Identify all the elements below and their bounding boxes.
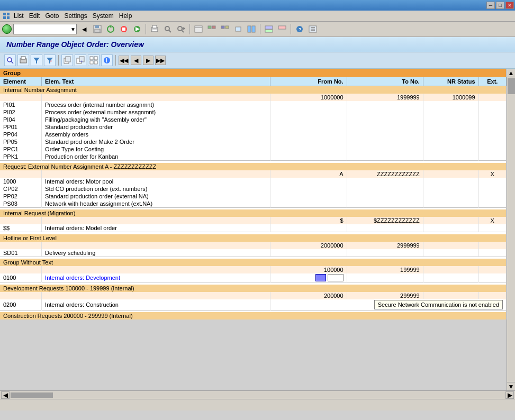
nav-back-button[interactable]: ◀ — [78, 23, 90, 35]
scroll-down-btn[interactable]: ▼ — [507, 382, 515, 390]
menu-settings[interactable]: Settings — [62, 12, 89, 20]
status-bar — [0, 399, 515, 410]
svg-rect-25 — [225, 26, 229, 29]
item-text: Standard production order (external NA) — [42, 193, 270, 200]
sep-t2-1 — [58, 55, 59, 66]
stop-button[interactable] — [118, 23, 130, 35]
page-title-bar: Number Range Object Order: Overview — [0, 37, 515, 52]
toolbar-btn-3[interactable] — [219, 23, 231, 35]
svg-rect-30 — [265, 30, 273, 32]
svg-line-39 — [11, 61, 13, 63]
range-nr-1: 1000099 — [423, 94, 478, 101]
section-title-internal: Internal Number Assignment — [0, 86, 507, 94]
range-row-4: 2000000 2999999 — [0, 242, 507, 249]
last-btn[interactable]: ▶▶ — [155, 56, 166, 65]
hscroll-right-btn[interactable]: ▶ — [505, 391, 514, 399]
separator-3 — [260, 24, 260, 34]
col-elem-text: Elem. Text — [42, 77, 270, 86]
section-construction-requests: Construction Requests 200000 - 299999 (I… — [0, 312, 507, 319]
vertical-scrollbar[interactable]: ▲ ▼ — [507, 69, 515, 390]
svg-rect-51 — [94, 57, 97, 60]
toolbar-btn-4[interactable] — [232, 23, 244, 35]
svg-marker-43 — [47, 58, 53, 63]
menu-goto[interactable]: Goto — [43, 12, 61, 20]
range-from-3: $ — [270, 217, 347, 224]
settings-button[interactable] — [307, 23, 319, 35]
prev-btn[interactable]: ◀ — [131, 56, 141, 65]
hscroll-left-btn[interactable]: ◀ — [1, 391, 10, 399]
menu-system[interactable]: System — [91, 12, 116, 20]
magnifier-button[interactable] — [4, 54, 16, 66]
help-button[interactable]: ? — [294, 23, 305, 35]
list-item: PI02 Process order (external number assg… — [0, 108, 507, 116]
hscroll-thumb[interactable] — [11, 392, 53, 398]
range-element-empty-5 — [0, 266, 42, 273]
range-to-3: $ZZZZZZZZZZZZ — [347, 217, 423, 224]
svg-rect-6 — [95, 29, 100, 32]
range-from-6: 200000 — [270, 292, 347, 299]
print-button[interactable] — [149, 23, 160, 35]
item-element: PI02 — [0, 108, 42, 116]
toolbar-btn-6[interactable] — [263, 23, 275, 35]
maximize-button[interactable]: □ — [496, 2, 504, 9]
print-btn2[interactable] — [17, 54, 29, 66]
svg-rect-53 — [94, 61, 97, 64]
grid-btn[interactable] — [88, 54, 100, 66]
content-area: Group Element Elem. Text From No. To No.… — [0, 69, 515, 390]
section-title-dev-requests: Development Requests 100000 - 199999 (In… — [0, 285, 507, 292]
svg-point-38 — [7, 58, 12, 62]
toolbar-btn-2[interactable] — [206, 23, 218, 35]
first-btn[interactable]: ◀◀ — [119, 56, 129, 65]
item-element: PPK1 — [0, 153, 42, 161]
section-external-assignment: Request: External Number Assignment A - … — [0, 163, 507, 170]
col-to-no: To No. — [347, 77, 423, 86]
item-text: Internal orders: Model order — [42, 224, 270, 232]
range-text-empty-4 — [42, 242, 270, 249]
copy2-btn[interactable]: + — [75, 54, 86, 66]
save-button[interactable] — [92, 23, 103, 35]
separator-1 — [146, 24, 146, 34]
list-item: PP02 Standard production order (external… — [0, 193, 507, 200]
section-migration: Internal Request (Migration) — [0, 209, 507, 217]
menu-bar: List Edit Goto Settings System Help — [0, 11, 515, 22]
item-text: Delivery scheduling — [42, 249, 270, 257]
svg-rect-1 — [7, 13, 10, 15]
page-title: Number Range Object Order: Overview — [6, 40, 144, 49]
list-item: 1000 Internal orders: Motor pool — [0, 178, 507, 185]
svg-rect-13 — [152, 25, 157, 28]
scroll-thumb[interactable] — [508, 78, 515, 94]
execute-button[interactable] — [131, 23, 143, 35]
toolbar-btn-7[interactable] — [276, 23, 288, 35]
filter-btn[interactable] — [31, 54, 42, 66]
info-btn[interactable]: i — [101, 54, 113, 66]
toolbar-btn-1[interactable] — [193, 23, 204, 35]
range-element-empty-3 — [0, 217, 42, 224]
item-text: Production order for Kanban — [42, 153, 270, 161]
data-table: Group Element Elem. Text From No. To No.… — [0, 69, 507, 319]
scroll-up-btn[interactable]: ▲ — [507, 69, 515, 77]
horizontal-scrollbar[interactable]: ◀ ▶ — [0, 390, 515, 399]
find-button[interactable] — [162, 23, 174, 35]
item-text: Process order (internal number assgnmnt) — [42, 101, 270, 108]
item-element: 1000 — [0, 178, 42, 185]
menu-list[interactable]: List — [12, 12, 26, 20]
find-next-button[interactable]: ▶ — [175, 23, 187, 35]
command-field[interactable] — [13, 24, 77, 34]
range-row-2: A ZZZZZZZZZZZZ X — [0, 170, 507, 178]
menu-edit[interactable]: Edit — [27, 12, 42, 20]
close-button[interactable]: ✕ — [505, 2, 514, 9]
minimize-button[interactable]: ─ — [486, 2, 495, 9]
filter2-btn[interactable]: * — [44, 54, 56, 66]
refresh-button[interactable] — [105, 23, 116, 35]
menu-help[interactable]: Help — [117, 12, 134, 20]
svg-point-17 — [178, 26, 182, 31]
item-text: Std CO production order (ext. numbers) — [42, 185, 270, 193]
item-text: Filling/packaging with "Assembly order" — [42, 116, 270, 123]
section-internal-assignment: Internal Number Assignment — [0, 86, 507, 94]
section-title-group-no-text: Group Without Text — [0, 259, 507, 266]
next-btn[interactable]: ▶ — [143, 56, 153, 65]
toolbar-btn-5[interactable] — [246, 23, 257, 35]
section-dev-requests: Development Requests 100000 - 199999 (In… — [0, 285, 507, 292]
copy-btn[interactable] — [61, 54, 73, 66]
item-element: PP01 — [0, 123, 42, 131]
